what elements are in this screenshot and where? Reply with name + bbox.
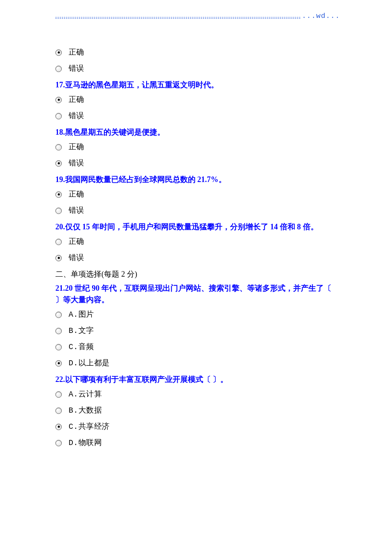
q20-option-false[interactable]: 错误 [55, 252, 337, 263]
q19-option-false[interactable]: 错误 [55, 205, 337, 215]
q17-option-true[interactable]: 正确 [55, 94, 337, 104]
q21-option-c[interactable]: C.音频 [55, 341, 337, 352]
option-label: 正确 [69, 236, 84, 246]
option-label: D.以上都是 [69, 358, 110, 368]
q16-option-true[interactable]: 正确 [55, 47, 337, 57]
q21-text: 21.20 世纪 90 年代，互联网呈现出门户网站、搜索引擎、等诸多形式，并产生… [55, 283, 337, 306]
q19-option-true[interactable]: 正确 [55, 189, 337, 199]
radio-icon[interactable] [55, 424, 62, 430]
option-label: C.共享经济 [69, 421, 110, 431]
q22-option-d[interactable]: D.物联网 [55, 437, 337, 448]
radio-icon[interactable] [55, 208, 62, 214]
q17-text: 17.亚马逊的黑色星期五，让黑五重返文明时代。 [55, 79, 337, 91]
option-label: D.物联网 [69, 437, 102, 448]
option-label: 错误 [69, 252, 84, 263]
q21-option-b[interactable]: B.文字 [55, 325, 337, 335]
q18-option-true[interactable]: 正确 [55, 142, 337, 152]
option-label: 正确 [69, 47, 84, 57]
radio-icon[interactable] [55, 160, 62, 167]
q19-text: 19.我国网民数量已经占到全球网民总数的 21.7%。 [55, 174, 337, 185]
option-label: 错误 [69, 63, 84, 73]
radio-icon[interactable] [55, 239, 62, 245]
option-label: 正确 [69, 94, 84, 104]
radio-icon[interactable] [55, 97, 62, 103]
radio-icon[interactable] [55, 360, 62, 367]
radio-icon[interactable] [55, 255, 62, 261]
q18-option-false[interactable]: 错误 [55, 158, 337, 168]
q17-option-false[interactable]: 错误 [55, 110, 337, 121]
radio-icon[interactable] [55, 408, 62, 414]
radio-icon[interactable] [55, 144, 62, 150]
radio-icon[interactable] [55, 191, 62, 198]
q22-option-a[interactable]: A.云计算 [55, 389, 337, 399]
option-label: 正确 [69, 142, 84, 152]
option-label: A.图片 [69, 309, 94, 319]
option-label: A.云计算 [69, 389, 102, 399]
option-label: 错误 [69, 110, 84, 121]
q22-text: 22.以下哪项有利于丰富互联网产业开展模式〔 〕。 [55, 374, 337, 385]
q20-option-true[interactable]: 正确 [55, 236, 337, 246]
option-label: B.文字 [69, 325, 94, 335]
option-label: B.大数据 [69, 405, 102, 415]
radio-icon[interactable] [55, 312, 62, 318]
radio-icon[interactable] [55, 113, 62, 119]
radio-icon[interactable] [55, 344, 62, 350]
section2-title: 二、单项选择(每题 2 分) [55, 269, 337, 280]
q20-text: 20.仅仅 15 年时间，手机用户和网民数量迅猛攀升，分别增长了 14 倍和 8… [55, 221, 337, 233]
radio-icon[interactable] [55, 391, 62, 398]
q18-text: 18.黑色星期五的关键词是便捷。 [55, 127, 337, 138]
q21-option-d[interactable]: D.以上都是 [55, 358, 337, 368]
option-label: 错误 [69, 158, 84, 168]
radio-icon[interactable] [55, 49, 62, 56]
q21-option-a[interactable]: A.图片 [55, 309, 337, 319]
q16-option-false[interactable]: 错误 [55, 63, 337, 73]
page-content: ...wd... 正确 错误 17.亚马逊的黑色星期五，让黑五重返文明时代。 正… [0, 0, 392, 479]
header-dashes [55, 17, 337, 19]
q22-option-c[interactable]: C.共享经济 [55, 421, 337, 431]
q22-option-b[interactable]: B.大数据 [55, 405, 337, 415]
radio-icon[interactable] [55, 328, 62, 334]
radio-icon[interactable] [55, 66, 62, 72]
option-label: 错误 [69, 205, 84, 215]
radio-icon[interactable] [55, 440, 62, 446]
option-label: 正确 [69, 189, 84, 199]
header-wd-text: ...wd... [301, 12, 341, 20]
option-label: C.音频 [69, 341, 94, 352]
page-header-border: ...wd... [55, 17, 337, 26]
